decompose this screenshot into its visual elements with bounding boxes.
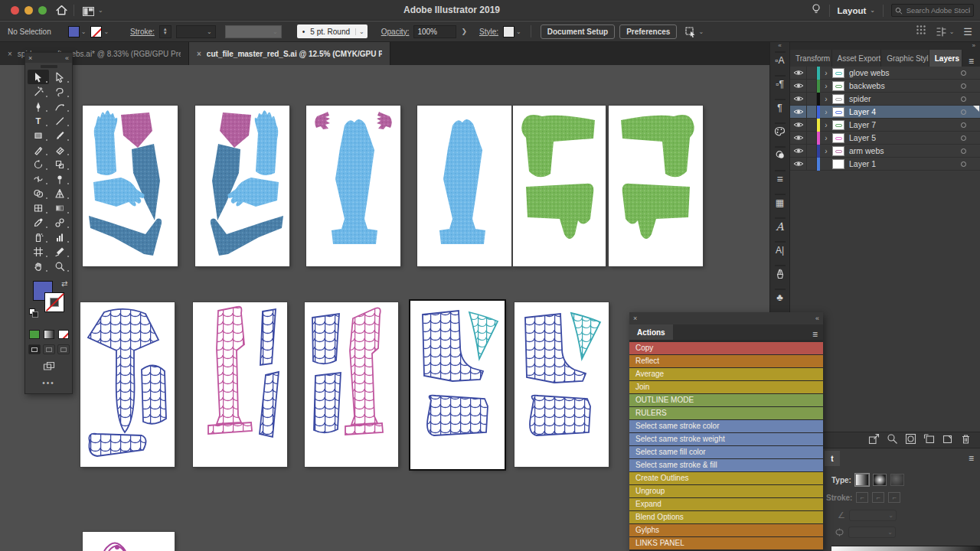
draw-inside-button[interactable]: [57, 344, 70, 354]
web-cowl-gloves[interactable]: [80, 302, 175, 467]
artboard-3[interactable]: [306, 106, 400, 266]
layer-name[interactable]: backwebs: [849, 81, 961, 90]
action-item[interactable]: Ungroup: [629, 485, 823, 497]
layer-row[interactable]: › Layer 5: [790, 132, 980, 145]
action-item[interactable]: Blend Options: [629, 511, 823, 523]
preferences-button[interactable]: Preferences: [619, 24, 677, 39]
visibility-toggle[interactable]: [790, 93, 807, 105]
tab-graphic-styles[interactable]: Graphic Styl: [881, 50, 929, 67]
stroke-weight-stepper[interactable]: ▲▼: [159, 25, 172, 38]
home-icon[interactable]: [55, 4, 68, 20]
layer-name[interactable]: spider: [849, 94, 961, 103]
target-circle[interactable]: [961, 135, 966, 141]
tab-asset-export[interactable]: Asset Export: [832, 50, 882, 67]
graphic-style-dropdown[interactable]: ⌄: [503, 26, 521, 37]
tool-rectangle[interactable]: [28, 128, 49, 142]
tool-slice[interactable]: [49, 244, 70, 259]
tab-transform[interactable]: Transform: [790, 50, 832, 67]
workspace-switcher[interactable]: Layout ⌄: [838, 6, 875, 15]
clipping-mask-button[interactable]: [905, 433, 916, 448]
close-window-button[interactable]: [11, 6, 19, 15]
expand-chevron-icon[interactable]: ›: [820, 95, 832, 103]
dock-panel-swatches[interactable]: ▦: [770, 192, 789, 216]
layer-name[interactable]: arm webs: [849, 146, 961, 155]
lock-toggle[interactable]: [807, 80, 817, 92]
lightbulb-icon[interactable]: [811, 3, 822, 18]
tool-curvature[interactable]: [49, 99, 70, 113]
target-circle[interactable]: [961, 122, 966, 128]
fill-color-dropdown[interactable]: ⌄: [68, 26, 87, 37]
locate-object-button[interactable]: [887, 433, 898, 448]
expand-chevron-icon[interactable]: ›: [820, 108, 832, 116]
dock-panel-type[interactable]: A|: [770, 240, 789, 263]
artboard-8[interactable]: [193, 302, 287, 467]
expand-chevron-icon[interactable]: ›: [820, 134, 832, 142]
document-setup-button[interactable]: Document Setup: [541, 24, 615, 39]
tool-eyedropper[interactable]: [28, 215, 49, 230]
layer-row[interactable]: Layer 1: [790, 158, 980, 171]
visibility-toggle[interactable]: [790, 67, 807, 79]
draw-normal-button[interactable]: [28, 344, 41, 354]
artboard-10-selected[interactable]: [410, 301, 505, 469]
freeform-gradient-button[interactable]: [890, 474, 904, 486]
tool-lasso[interactable]: [49, 84, 70, 99]
swap-fill-stroke-icon[interactable]: ⇄: [61, 279, 67, 288]
tool-hand[interactable]: [28, 259, 49, 273]
action-item[interactable]: Create Outlines: [629, 472, 823, 484]
glove-pattern-right[interactable]: [195, 106, 289, 266]
tool-artboard[interactable]: [28, 244, 49, 259]
target-circle[interactable]: [961, 109, 966, 115]
lock-toggle[interactable]: [807, 93, 817, 105]
layer-row[interactable]: › backwebs: [790, 80, 980, 93]
dock-panel-brushes[interactable]: [770, 263, 789, 287]
collapse-icon[interactable]: «: [65, 54, 69, 62]
artboard-9[interactable]: [305, 302, 398, 467]
tool-type[interactable]: T: [28, 113, 49, 128]
panel-menu-icon[interactable]: ≡: [969, 453, 974, 464]
chevron-down-icon[interactable]: ⌄: [98, 7, 103, 14]
tool-perspective-grid[interactable]: [49, 186, 70, 201]
tool-gradient[interactable]: [49, 201, 70, 215]
arrange-documents-icon[interactable]: [83, 5, 94, 19]
gradient-slider[interactable]: [831, 546, 980, 551]
action-item[interactable]: Reflect: [629, 355, 823, 367]
close-icon[interactable]: ×: [633, 315, 637, 322]
arrange-panel-dropdown[interactable]: ⌄: [936, 27, 955, 37]
search-input[interactable]: Search Adobe Stock: [891, 4, 974, 17]
gradient-button[interactable]: [44, 330, 54, 339]
layer-thumbnail[interactable]: [832, 133, 844, 143]
dock-panel-glyphs[interactable]: A: [770, 216, 789, 240]
dock-panel-paragraph[interactable]: ¶: [770, 97, 789, 121]
style-label[interactable]: Style:: [479, 28, 498, 36]
web-partial[interactable]: [83, 532, 175, 551]
layer-thumbnail[interactable]: [832, 68, 844, 78]
variable-width-dropdown[interactable]: ⌄: [225, 25, 282, 38]
tool-pen[interactable]: [28, 99, 49, 113]
layer-thumbnail[interactable]: [832, 146, 844, 156]
layer-row[interactable]: › glove webs: [790, 67, 980, 80]
angle-dropdown[interactable]: ⌄: [849, 510, 897, 521]
web-leg-strips[interactable]: [193, 302, 287, 467]
tool-column-graph[interactable]: [49, 230, 70, 244]
layer-name[interactable]: Layer 5: [849, 133, 961, 142]
brush-definition-dropdown[interactable]: • 5 pt. Round ⌄: [297, 24, 368, 38]
dock-panel-color[interactable]: [770, 121, 789, 145]
aspect-dropdown[interactable]: ⌄: [848, 527, 896, 538]
collapse-panel-icon[interactable]: »: [790, 42, 980, 50]
dock-panel-character-styles[interactable]: ▫A: [770, 50, 789, 73]
target-circle[interactable]: [961, 83, 966, 89]
artboard-7[interactable]: [80, 302, 175, 467]
artboard-1[interactable]: [83, 106, 178, 266]
layer-name[interactable]: Layer 1: [849, 159, 961, 168]
boot-pieces-right[interactable]: [609, 106, 703, 266]
visibility-toggle[interactable]: [790, 119, 807, 131]
new-layer-button[interactable]: [942, 433, 953, 448]
layer-thumbnail[interactable]: [832, 94, 844, 104]
opacity-label[interactable]: Opacity:: [381, 28, 410, 36]
target-circle[interactable]: [961, 148, 966, 154]
minimize-window-button[interactable]: [24, 6, 33, 15]
lock-toggle[interactable]: [807, 106, 817, 118]
action-item[interactable]: Average: [629, 368, 823, 380]
layer-row-selected[interactable]: › Layer 4: [790, 106, 980, 119]
tool-puppet-warp[interactable]: [49, 171, 70, 186]
